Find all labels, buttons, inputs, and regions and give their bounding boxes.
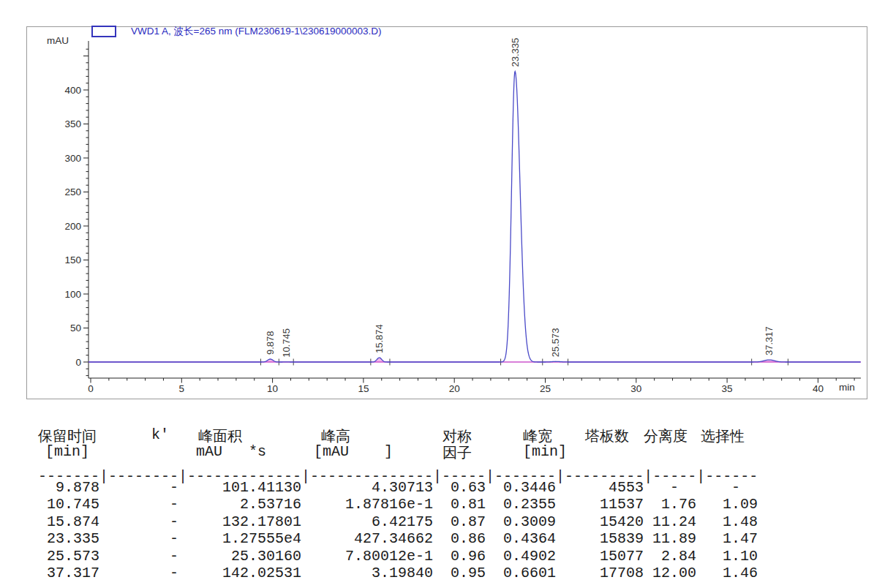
table-rows: 9.878-101.411304.307130.630.34464553- - … [38,479,758,581]
table-cell: 0.87 [433,513,486,530]
table-cell: - [99,530,178,547]
table-cell: 6.42175 [301,513,433,530]
y-axis-unit-label: mAU [47,35,69,46]
y-tick-label: 100 [64,289,81,300]
table-cell: 132.17801 [178,513,301,530]
col-header-symmetry2: 因子 [442,443,472,463]
x-tick-label: 10 [267,383,278,394]
table-cell: 11.89 [644,530,696,547]
table-cell: 11537 [556,496,644,513]
table-row: 15.874-132.178016.421750.870.30091542011… [38,513,758,530]
table-cell: - [99,565,178,581]
y-tick-label: 200 [64,221,81,232]
table-cell: 1.87816e-1 [301,496,433,513]
y-tick-label: 0 [75,357,81,368]
col-header-plates: 塔板数 [585,426,629,446]
col-unit-area: mAU *s [196,443,266,460]
table-cell: 4553 [556,479,644,496]
y-tick-label: 250 [64,186,81,197]
x-tick-label: 0 [88,383,94,394]
table-cell: 15077 [556,548,644,565]
peak-label: 37.317 [764,326,775,355]
y-tick-label: 150 [64,255,81,265]
legend-swatch [91,26,116,37]
peak-label: 15.874 [374,324,385,353]
x-tick-label: 30 [630,383,641,394]
peak-label: 25.573 [550,328,561,358]
signal-legend: VWD1 A, 波长=265 nm (FLM230619-1\230619000… [91,24,382,36]
table-cell: - [99,479,178,496]
table-cell: 1.27555e4 [178,530,301,547]
table-cell: 0.96 [433,548,486,565]
table-cell: - [99,513,178,530]
table-cell: - [99,548,178,565]
table-cell: 142.02531 [178,565,301,581]
legend-label: VWD1 A, 波长=265 nm (FLM230619-1\230619000… [131,26,382,37]
x-axis-unit-label: min [839,382,855,393]
table-cell: 23.335 [38,530,99,547]
table-row: 10.745-2.537161.87816e-10.810.2355115371… [38,496,758,513]
table-cell: - [696,479,758,496]
col-unit-retention: [min] [45,443,89,460]
table-cell: 1.09 [696,496,758,513]
table-cell: 0.81 [433,496,486,513]
table-cell: 0.2355 [486,496,556,513]
x-tick-label: 40 [813,383,824,394]
x-tick-label: 35 [722,383,733,394]
y-tick-label: 50 [70,323,81,333]
table-row: 37.317-142.025313.198400.950.66011770812… [38,565,758,581]
table-cell: 1.46 [696,565,758,581]
table-cell: 1.76 [644,496,696,513]
table-cell: 17708 [556,565,644,581]
table-cell: 1.10 [696,548,758,565]
table-row: 9.878-101.411304.307130.630.34464553- - [38,479,758,496]
table-cell: 15.874 [38,513,99,530]
table-row: 25.573-25.301607.80012e-10.960.490215077… [38,548,758,565]
table-cell: 25.573 [38,548,99,565]
col-unit-height: [mAU ] [314,443,393,460]
table-cell: 1.48 [696,513,758,530]
chromatography-report: 0501001502002503003504000510152025303540… [0,0,885,588]
col-header-resolution: 分离度 [644,426,688,446]
table-cell: 37.317 [38,565,99,581]
table-cell: 1.47 [696,530,758,547]
peak-label: 10.745 [281,328,292,358]
table-cell: 2.53716 [178,496,301,513]
peak-label: 9.878 [265,331,276,355]
col-unit-width: [min] [523,443,567,460]
table-cell: 12.00 [644,565,696,581]
table-cell: 4.30713 [301,479,433,496]
table-cell: 10.745 [38,496,99,513]
table-cell: - [99,496,178,513]
table-row: 23.335-1.27555e4427.346620.860.436415839… [38,530,758,547]
x-tick-label: 15 [358,383,369,394]
table-cell: 3.19840 [301,565,433,581]
col-header-selectivity: 选择性 [701,426,745,446]
table-cell: 11.24 [644,513,696,530]
x-tick-label: 5 [179,383,185,394]
table-cell: 9.878 [38,479,99,496]
table-cell: 2.84 [644,548,696,565]
x-tick-label: 20 [449,383,460,394]
table-cell: 0.4364 [486,530,556,547]
table-cell: 7.80012e-1 [301,548,433,565]
table-cell: 0.86 [433,530,486,547]
table-cell: 427.34662 [301,530,433,547]
table-cell: - [644,479,696,496]
table-cell: 15839 [556,530,644,547]
col-header-k: k' [151,426,169,443]
table-cell: 0.4902 [486,548,556,565]
table-cell: 0.3446 [486,479,556,496]
table-cell: 15420 [556,513,644,530]
x-tick-label: 25 [540,383,551,394]
table-cell: 0.6601 [486,565,556,581]
table-cell: 0.63 [433,479,486,496]
table-cell: 25.30160 [178,548,301,565]
table-cell: 0.95 [433,565,486,581]
table-cell: 101.41130 [178,479,301,496]
table-cell: 0.3009 [486,513,556,530]
